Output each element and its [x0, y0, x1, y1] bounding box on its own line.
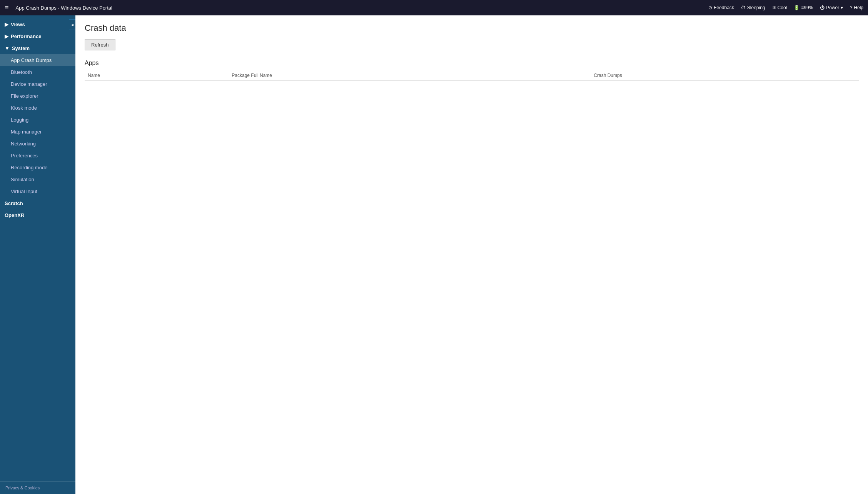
feedback-action[interactable]: ⊙ Feedback [708, 5, 734, 10]
sidebar-item-logging[interactable]: Logging [0, 114, 75, 126]
sidebar-item-label-app-crash-dumps: App Crash Dumps [11, 57, 52, 63]
sidebar-item-recording-mode[interactable]: Recording mode [0, 162, 75, 174]
sidebar-item-label-device-manager: Device manager [11, 81, 47, 87]
col-header-crash-dumps: Crash Dumps [591, 70, 859, 81]
sidebar-item-views[interactable]: ▶ Views [0, 18, 75, 30]
performance-arrow-icon: ▶ [5, 33, 8, 39]
sidebar-item-openxr[interactable]: OpenXR [0, 209, 75, 221]
help-icon: ? [850, 5, 853, 10]
power-action[interactable]: ⏻ Power ▾ [820, 5, 843, 10]
help-action[interactable]: ? Help [850, 5, 863, 10]
cool-label: Cool [778, 5, 787, 10]
help-label: Help [854, 5, 863, 10]
power-label: Power ▾ [826, 5, 843, 10]
table-header-row: Name Package Full Name Crash Dumps [85, 70, 859, 81]
sidebar-item-system[interactable]: ▼ System [0, 42, 75, 54]
sidebar-item-map-manager[interactable]: Map manager [0, 126, 75, 138]
sidebar-item-label-kiosk-mode: Kiosk mode [11, 105, 37, 111]
privacy-cookies-link[interactable]: Privacy & Cookies [0, 481, 75, 494]
sidebar-item-label-simulation: Simulation [11, 177, 34, 182]
sidebar-item-networking[interactable]: Networking [0, 138, 75, 150]
views-arrow-icon: ▶ [5, 22, 8, 27]
table-header: Name Package Full Name Crash Dumps [85, 70, 859, 81]
sleeping-action[interactable]: ⏱ Sleeping [741, 5, 765, 10]
battery-action[interactable]: 🔋 ≡99% [794, 5, 813, 10]
col-header-name: Name [85, 70, 229, 81]
content-area: Crash data Refresh Apps Name Package Ful… [75, 15, 868, 494]
sidebar-item-virtual-input[interactable]: Virtual Input [0, 185, 75, 197]
sidebar-item-label-logging: Logging [11, 117, 28, 123]
feedback-icon: ⊙ [708, 5, 712, 10]
app-title: App Crash Dumps - Windows Device Portal [16, 5, 705, 11]
sidebar-item-app-crash-dumps[interactable]: App Crash Dumps [0, 54, 75, 66]
system-arrow-icon: ▼ [5, 45, 10, 51]
topbar: ≡ App Crash Dumps - Windows Device Porta… [0, 0, 868, 15]
page-title: Crash data [85, 23, 859, 33]
feedback-label: Feedback [714, 5, 734, 10]
col-header-package-full-name: Package Full Name [229, 70, 591, 81]
sleeping-label: Sleeping [747, 5, 765, 10]
privacy-cookies-label: Privacy & Cookies [5, 486, 40, 490]
power-icon: ⏻ [820, 5, 825, 10]
sidebar-item-bluetooth[interactable]: Bluetooth [0, 66, 75, 78]
sidebar: ◄ ▶ Views ▶ Performance ▼ System App Cra… [0, 15, 75, 494]
sidebar-item-label-system: System [12, 45, 30, 51]
sidebar-item-preferences[interactable]: Preferences [0, 150, 75, 162]
sidebar-item-label-recording-mode: Recording mode [11, 165, 47, 170]
sidebar-item-simulation[interactable]: Simulation [0, 174, 75, 185]
sidebar-item-scratch[interactable]: Scratch [0, 197, 75, 209]
sidebar-item-label-performance: Performance [11, 33, 41, 39]
sidebar-item-label-networking: Networking [11, 141, 36, 147]
top-actions: ⊙ Feedback ⏱ Sleeping ❄ Cool 🔋 ≡99% ⏻ Po… [708, 5, 863, 10]
sidebar-item-label-scratch: Scratch [5, 200, 23, 206]
sidebar-collapse-button[interactable]: ◄ [69, 19, 75, 30]
sidebar-item-label-map-manager: Map manager [11, 129, 42, 135]
crash-data-table: Name Package Full Name Crash Dumps [85, 70, 859, 81]
sidebar-item-device-manager[interactable]: Device manager [0, 78, 75, 90]
battery-label: ≡99% [801, 5, 813, 10]
sleeping-icon: ⏱ [741, 5, 746, 10]
cool-icon: ❄ [772, 5, 776, 10]
apps-section-title: Apps [85, 60, 859, 67]
sidebar-item-performance[interactable]: ▶ Performance [0, 30, 75, 42]
menu-icon[interactable]: ≡ [5, 4, 9, 12]
sidebar-item-label-views: Views [11, 22, 25, 27]
sidebar-item-label-bluetooth: Bluetooth [11, 69, 32, 75]
sidebar-item-label-file-explorer: File explorer [11, 93, 38, 99]
sidebar-item-label-preferences: Preferences [11, 153, 38, 159]
main-layout: ◄ ▶ Views ▶ Performance ▼ System App Cra… [0, 15, 868, 494]
sidebar-item-kiosk-mode[interactable]: Kiosk mode [0, 102, 75, 114]
battery-icon: 🔋 [794, 5, 800, 10]
cool-action[interactable]: ❄ Cool [772, 5, 787, 10]
sidebar-item-file-explorer[interactable]: File explorer [0, 90, 75, 102]
sidebar-item-label-virtual-input: Virtual Input [11, 189, 37, 194]
refresh-button[interactable]: Refresh [85, 39, 115, 50]
sidebar-item-label-openxr: OpenXR [5, 212, 24, 218]
sidebar-nav: ▶ Views ▶ Performance ▼ System App Crash… [0, 15, 75, 224]
